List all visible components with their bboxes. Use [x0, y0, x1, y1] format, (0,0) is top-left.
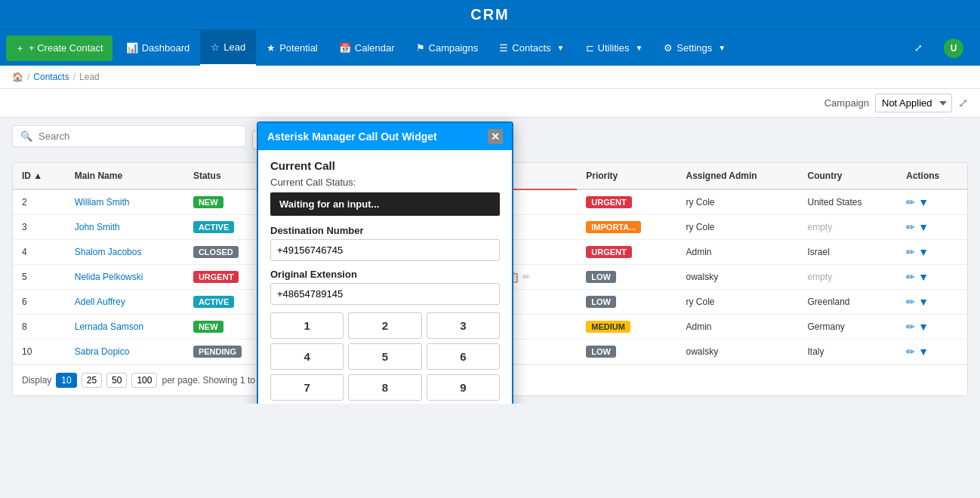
dialpad-key-4[interactable]: 4 [270, 343, 344, 370]
edit-action-icon[interactable]: ✏ [906, 196, 915, 208]
edit-action-icon[interactable]: ✏ [906, 346, 915, 358]
dropdown-action-icon[interactable]: ▼ [918, 221, 929, 233]
nav-user-avatar[interactable]: U [933, 30, 974, 66]
nav-contacts-label: Contacts [512, 42, 550, 54]
phone-edit-icon[interactable]: ✏ [522, 272, 530, 282]
cell-admin: Admin [676, 240, 798, 265]
nav-utilities[interactable]: ⊏ Utilities ▼ [575, 30, 654, 66]
page-size-25[interactable]: 25 [82, 373, 102, 388]
breadcrumb-sep2: / [73, 72, 76, 82]
dialpad-key-6[interactable]: 6 [427, 343, 500, 370]
create-contact-button[interactable]: ＋ + Create Contact [6, 35, 112, 61]
avatar-icon: U [944, 38, 963, 58]
waiting-box: Waiting for an input... [270, 192, 500, 216]
campaign-label: Campaign [824, 97, 869, 109]
expand-table-icon[interactable]: ⤢ [958, 96, 968, 110]
home-icon[interactable]: 🏠 [12, 72, 23, 82]
contact-link[interactable]: Shalom Jacobos [75, 247, 142, 257]
nav-settings[interactable]: ⚙ Settings ▼ [653, 30, 736, 66]
col-name[interactable]: Main Name [66, 163, 184, 189]
search-icon: 🔍 [20, 131, 32, 142]
contacts-icon: ☰ [499, 42, 508, 54]
cell-country: United States [798, 189, 897, 215]
campaign-select[interactable]: Not Applied [875, 94, 952, 112]
cell-actions: ✏ ▼ [897, 240, 967, 265]
extension-label: Original Extension [270, 269, 500, 280]
page-size-100[interactable]: 100 [131, 373, 157, 388]
calendar-icon: 📅 [339, 42, 351, 54]
cell-priority: LOW [577, 340, 676, 364]
status-badge: CLOSED [193, 246, 239, 258]
page-size-10[interactable]: 10 [56, 373, 76, 388]
nav-calendar[interactable]: 📅 Calendar [328, 30, 405, 66]
dialpad-key-5[interactable]: 5 [348, 343, 421, 370]
contact-link[interactable]: Lernada Samson [75, 321, 143, 332]
dialpad: 123456789*0# [270, 312, 500, 404]
cell-priority: LOW [577, 265, 676, 290]
extension-input[interactable] [270, 283, 500, 305]
cell-id: 8 [13, 315, 66, 340]
flag-icon: ⚑ [416, 42, 425, 54]
cell-admin: ry Cole [676, 189, 798, 215]
dialpad-key-2[interactable]: 2 [348, 312, 421, 339]
cell-country: Greenland [798, 290, 897, 315]
dropdown-action-icon[interactable]: ▼ [918, 321, 929, 333]
cell-name: Lernada Samson [66, 315, 184, 340]
cell-id: 3 [13, 215, 66, 240]
expand-icon: ⤢ [914, 42, 923, 54]
cell-actions: ✏ ▼ [897, 189, 967, 215]
contact-link[interactable]: Adell Auffrey [75, 297, 125, 307]
widget-close-button[interactable]: ✕ [488, 129, 503, 144]
col-country[interactable]: Country [798, 163, 897, 189]
cell-id: 4 [13, 240, 66, 265]
contact-link[interactable]: Sabra Dopico [75, 346, 130, 357]
col-id[interactable]: ID ▲ [13, 163, 66, 189]
nav-lead[interactable]: ☆ Lead [200, 30, 256, 66]
nav-expand[interactable]: ⤢ [904, 30, 933, 66]
nav-campaigns[interactable]: ⚑ Campaigns [405, 30, 489, 66]
nav-utilities-label: Utilities [598, 42, 630, 54]
priority-badge: MEDIUM [586, 321, 630, 333]
cell-actions: ✏ ▼ [897, 215, 967, 240]
waiting-text: Waiting for an input... [279, 198, 379, 210]
search-input[interactable] [39, 131, 238, 142]
dialpad-key-7[interactable]: 7 [270, 374, 344, 401]
destination-input[interactable] [270, 239, 500, 261]
call-widget[interactable]: Asterisk Manager Call Out Widget ✕ Curre… [257, 121, 513, 404]
col-admin[interactable]: Assigned Admin [676, 163, 798, 189]
nav-potential[interactable]: ★ Potential [256, 30, 328, 66]
cell-id: 2 [13, 189, 66, 215]
breadcrumb-contacts[interactable]: Contacts [33, 72, 69, 82]
status-badge: ACTIVE [193, 296, 234, 308]
cell-country: empty [798, 215, 897, 240]
edit-action-icon[interactable]: ✏ [906, 271, 915, 283]
dropdown-action-icon[interactable]: ▼ [918, 246, 929, 258]
edit-action-icon[interactable]: ✏ [906, 321, 915, 333]
edit-action-icon[interactable]: ✏ [906, 246, 915, 258]
dialpad-key-1[interactable]: 1 [270, 312, 344, 339]
dialpad-key-8[interactable]: 8 [348, 374, 421, 401]
cell-country: Italy [798, 340, 897, 364]
page-size-50[interactable]: 50 [106, 373, 127, 388]
col-priority[interactable]: Priority [577, 163, 676, 189]
dropdown-action-icon[interactable]: ▼ [918, 196, 929, 208]
cell-admin: owalsky [676, 340, 798, 364]
nav-dashboard[interactable]: 📊 Dashboard [116, 30, 201, 66]
dropdown-action-icon[interactable]: ▼ [918, 346, 929, 358]
destination-label: Destination Number [270, 225, 500, 236]
nav-contacts[interactable]: ☰ Contacts ▼ [488, 30, 575, 66]
edit-action-icon[interactable]: ✏ [906, 221, 915, 233]
contact-link[interactable]: William Smith [75, 197, 130, 208]
dropdown-action-icon[interactable]: ▼ [918, 296, 929, 308]
contact-link[interactable]: Nelida Pelkowski [75, 272, 143, 282]
dialpad-key-3[interactable]: 3 [427, 312, 500, 339]
nav-dashboard-label: Dashboard [142, 42, 190, 54]
edit-action-icon[interactable]: ✏ [906, 296, 915, 308]
priority-badge: URGENT [586, 196, 631, 208]
cell-admin: ry Cole [676, 215, 798, 240]
contact-link[interactable]: John Smith [75, 222, 120, 232]
cell-name: William Smith [66, 189, 184, 215]
cell-country: empty [798, 265, 897, 290]
dialpad-key-9[interactable]: 9 [427, 374, 500, 401]
dropdown-action-icon[interactable]: ▼ [918, 271, 929, 283]
